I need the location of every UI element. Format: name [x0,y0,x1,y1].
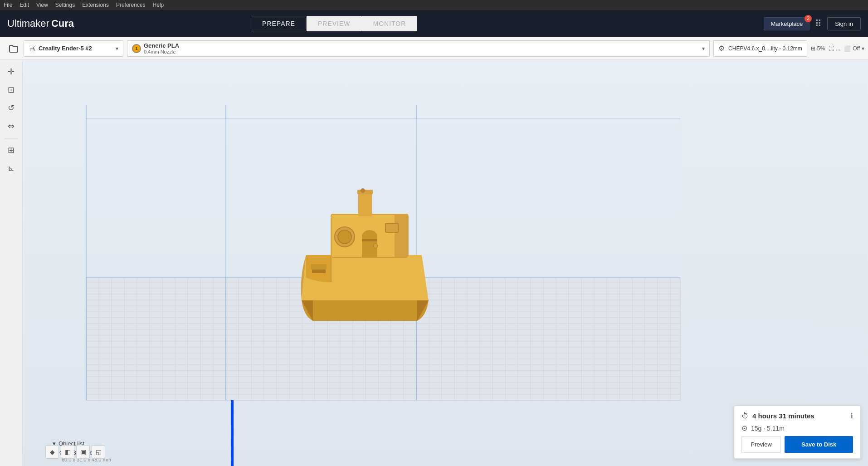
adhesion-value: Off [853,45,860,52]
material-chevron-icon: ▾ [702,45,705,52]
print-time: 4 hours 31 minutes [752,412,814,420]
mirror-tool-button[interactable]: ⇔ [3,118,20,134]
signin-button[interactable]: Sign in [827,17,861,30]
adhesion-chevron-icon: ▾ [862,45,864,52]
adhesion-icon: ⬜ [844,45,851,52]
move-tool-button[interactable]: ✛ [3,64,20,80]
printer-selector[interactable]: 🖨 Creality Ender-5 #2 ▾ [24,40,123,57]
logo-cura: Cura [51,18,74,29]
support-value: ... [836,45,840,52]
left-sidebar: ✛ ⊡ ↺ ⇔ ⊞ ⊾ [0,60,23,466]
tab-monitor[interactable]: MONITOR [362,16,418,31]
apps-button[interactable]: ⠿ [815,18,822,29]
menu-extensions[interactable]: Extensions [82,2,109,8]
layers-view-button[interactable]: ▣ [76,445,90,459]
preview-button[interactable]: Preview [741,436,781,453]
printer-chevron-icon: ▾ [116,45,118,52]
svg-rect-78 [395,214,408,257]
nav-tabs: PREPARE PREVIEW MONITOR [251,16,417,31]
header: Ultimaker Cura PREPARE PREVIEW MONITOR M… [0,10,868,37]
menu-file[interactable]: File [4,2,12,8]
save-to-disk-button[interactable]: Save to Disk [785,436,853,453]
logo: Ultimaker Cura [7,18,74,29]
svg-rect-84 [358,191,372,216]
menu-preferences[interactable]: Preferences [116,2,146,8]
settings-icon: ⚙ [718,44,725,53]
menu-settings[interactable]: Settings [55,2,75,8]
info-icon[interactable]: ℹ [850,412,853,420]
weight-row: ⊙ 15g · 5.11m [741,424,853,432]
marketplace-button[interactable]: Marketplace 2 [764,17,809,30]
print-info-panel: ⏱ 4 hours 31 minutes ℹ ⊙ 15g · 5.11m Pre… [734,406,861,459]
custom-view-button[interactable]: ◱ [92,445,105,459]
menu-view[interactable]: View [36,2,48,8]
viewport[interactable]: ▾ Object list ✏ CE5_3DBenchy 60.0 x 31.0… [23,60,868,466]
marketplace-badge: 2 [805,15,812,22]
print-extras: ⊞ 5% ⛶ ... ⬜ Off ▾ [811,45,864,52]
material-selector[interactable]: 1 Generic PLA 0.4mm Nozzle ▾ [127,40,710,57]
view-mode-toolbar: ◆ ◧ ▣ ◱ [45,445,105,459]
print-weight: 15g · 5.11m [751,425,785,432]
svg-point-80 [338,230,351,244]
print-settings-selector[interactable]: ⚙ CHEPV4.6.x_0....lity - 0.12mm [713,40,807,57]
svg-rect-83 [385,223,398,232]
svg-rect-81 [362,239,377,241]
tab-prepare[interactable]: PREPARE [251,16,307,31]
svg-point-82 [373,244,378,248]
menubar: File Edit View Settings Extensions Prefe… [0,0,868,10]
action-buttons: Preview Save to Disk [741,436,853,453]
weight-icon: ⊙ [741,424,747,432]
time-row: ⏱ 4 hours 31 minutes ℹ [741,412,853,420]
printer-name: Creality Ender-5 #2 [39,45,92,52]
header-right: Marketplace 2 ⠿ Sign in [764,17,861,30]
open-folder-button[interactable] [4,39,24,59]
tool-separator-1 [5,138,18,138]
scene-svg [23,60,868,466]
toolbar-row: 🖨 Creality Ender-5 #2 ▾ 1 Generic PLA 0.… [0,37,868,60]
tab-preview[interactable]: PREVIEW [307,16,362,31]
material-text: Generic PLA 0.4mm Nozzle [144,42,179,54]
solid-view-button[interactable]: ◆ [45,445,59,459]
svg-rect-85 [357,190,373,194]
infill-value: 5% [817,45,825,52]
adhesion-item[interactable]: ⬜ Off ▾ [844,45,864,52]
support-blocker-button[interactable]: ⊾ [3,160,20,177]
xray-view-button[interactable]: ◧ [61,445,74,459]
menu-edit[interactable]: Edit [20,2,29,8]
per-model-tool-button[interactable]: ⊞ [3,142,20,158]
svg-rect-87 [312,270,326,273]
infill-item[interactable]: ⊞ 5% [811,45,825,52]
scale-tool-button[interactable]: ⊡ [3,82,20,98]
printer-icon: 🖨 [29,44,36,53]
rotate-tool-button[interactable]: ↺ [3,100,20,116]
support-icon: ⛶ [829,45,834,52]
menu-help[interactable]: Help [153,2,164,8]
svg-rect-86 [311,264,327,270]
support-item[interactable]: ⛶ ... [829,45,840,52]
material-icon: 1 [132,44,141,53]
time-icon: ⏱ [741,412,749,420]
logo-ultimaker: Ultimaker [7,18,49,29]
svg-point-89 [361,188,365,193]
infill-icon: ⊞ [811,45,815,52]
settings-label: CHEPV4.6.x_0....lity - 0.12mm [728,45,802,52]
main-area: ✛ ⊡ ↺ ⇔ ⊞ ⊾ [0,60,868,466]
